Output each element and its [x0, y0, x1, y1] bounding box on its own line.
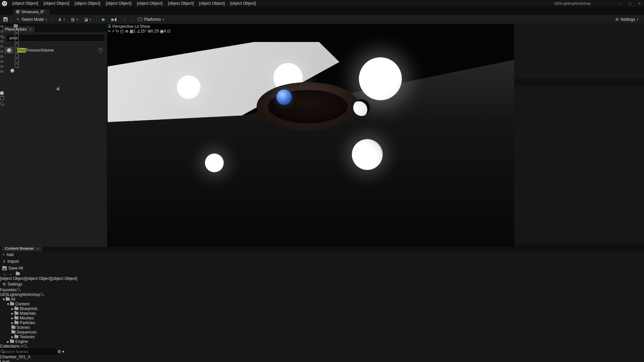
unreal-logo-icon[interactable]: U [2, 1, 7, 6]
folder-tree-item[interactable]: ▾ Content [0, 302, 644, 306]
maximize-button[interactable]: □ [629, 1, 631, 5]
close-icon[interactable]: × [30, 27, 32, 31]
scene-light-sphere [205, 154, 224, 172]
viewport-toolbar-right: ↖ + ↻ ◰ ⊕ ▦1 ∠15° ⊞0.25 ▣4 ⊡ [108, 29, 514, 34]
cursor-icon: ↖ [16, 17, 20, 22]
chevron-down-icon[interactable]: ▾ [62, 349, 64, 354]
project-title: UE5LightingWorkshop [554, 1, 591, 5]
add-actor-button[interactable]: ♟ ▾ [56, 16, 67, 23]
expander-icon[interactable]: ▾ [7, 302, 9, 306]
project-header[interactable]: UE5LightingWorkshop [0, 292, 644, 297]
maximize-viewport-button[interactable]: ⊡ [167, 29, 170, 34]
place-actors-search-input[interactable] [7, 35, 104, 41]
folder-label: Blueprints [20, 306, 38, 311]
folder-tree-item[interactable]: ▸ Meshes [0, 316, 644, 320]
scale-snap-toggle[interactable]: ⊞0.25 [148, 29, 159, 34]
select-tool[interactable]: ↖ [108, 29, 111, 34]
viewport[interactable]: ☰ Perspective Lit Show ↖ + ↻ ◰ ⊕ ▦1 ∠15°… [108, 24, 514, 247]
blueprints-button[interactable]: ▤ ▾ [69, 16, 80, 23]
menu-item[interactable]: [object Object] [72, 1, 103, 6]
blueprint-icon: ▤ [71, 17, 75, 22]
viewport-menu-button[interactable]: ☰ [108, 24, 111, 29]
expander-icon[interactable]: ▸ [11, 316, 13, 320]
scale-tool[interactable]: ◰ [120, 29, 124, 34]
menu-item[interactable]: [object Object] [41, 1, 72, 6]
frame-skip-button[interactable]: ▶▮ [109, 16, 119, 23]
folder-tree-item[interactable]: ▸ Particles [0, 320, 644, 325]
actor-type-icon [14, 24, 18, 27]
folder-label: Particles [20, 320, 35, 325]
save-icon[interactable] [3, 17, 8, 21]
forward-icon[interactable]: → [8, 272, 12, 276]
folder-icon [14, 316, 18, 319]
folder-tree-item[interactable]: ▸ Engine [0, 339, 644, 344]
play-options-button[interactable]: ⋮ [120, 16, 129, 23]
world-local-toggle[interactable]: ⊕ [125, 29, 128, 34]
menu-item[interactable]: [object Object] [10, 1, 41, 6]
add-collection-icon[interactable]: + [21, 344, 23, 349]
level-asset-icon [16, 10, 19, 13]
tab-showcase-b[interactable]: Showcase_B* [13, 8, 50, 15]
cinematics-button[interactable]: ◪ ▾ [82, 16, 93, 23]
favorites-header[interactable]: Favorites [0, 288, 644, 292]
menu-item[interactable]: [object Object] [103, 1, 134, 6]
asset-tab-row: Showcase_B* [0, 7, 644, 15]
folder-icon [11, 326, 15, 329]
play-button[interactable]: ▶ [100, 16, 108, 23]
folder-label: All [11, 297, 15, 302]
move-tool[interactable]: + [112, 29, 114, 34]
folder-icon [14, 312, 18, 315]
close-button[interactable]: × [639, 1, 641, 5]
content-browser-settings-button[interactable]: ⚙ Settings [0, 281, 644, 288]
asset-tile[interactable]: Chamber_001_A Level [0, 355, 644, 362]
expander-icon[interactable]: ▸ [11, 311, 13, 316]
rotate-tool[interactable]: ↻ [116, 29, 119, 34]
expander-icon[interactable]: ▾ [3, 297, 5, 302]
view-settings-icon[interactable]: ⚙ [57, 349, 61, 354]
import-label: Import [7, 259, 19, 264]
back-icon[interactable]: ← [3, 272, 7, 276]
folder-tree-item[interactable]: ▸ Textures [0, 335, 644, 339]
view-mode-dropdown[interactable]: Lit [135, 24, 139, 29]
help-icon[interactable]: ? [98, 48, 103, 53]
platforms-dropdown[interactable]: Platforms ▾ [136, 16, 166, 23]
folder-tree-item[interactable]: ▾ All [0, 297, 644, 302]
gear-icon: ⚙ [2, 282, 6, 287]
menu-item[interactable]: [object Object] [134, 1, 165, 6]
lock-icon[interactable] [57, 88, 59, 90]
expander-icon[interactable]: ▸ [7, 339, 9, 344]
folder-tree-item[interactable]: Scenes [0, 325, 644, 330]
content-browser-toolbar: +Add ⇓Import Save All ← → [object Object… [0, 251, 644, 288]
show-dropdown[interactable]: Show [140, 24, 150, 29]
menu-item[interactable]: [object Object] [196, 1, 227, 6]
select-mode-dropdown[interactable]: ↖ Select Mode ▾ [14, 16, 49, 23]
expander-icon[interactable]: ▸ [11, 320, 13, 325]
folder-label: Textures [20, 335, 35, 339]
favorites-label: Favorites [0, 288, 16, 292]
collections-header[interactable]: Collections + [0, 344, 644, 349]
gear-icon: ⚙ [615, 17, 619, 22]
perspective-dropdown[interactable]: Perspective [112, 24, 133, 29]
grid-snap-toggle[interactable]: ▦1 [129, 29, 136, 34]
asset-search-input[interactable] [0, 349, 56, 355]
expander-icon[interactable]: ▸ [11, 306, 13, 311]
rotation-snap-toggle[interactable]: ∠15° [137, 29, 147, 34]
import-button[interactable]: ⇓Import [0, 258, 644, 265]
menu-item[interactable]: [object Object] [227, 1, 259, 6]
breadcrumb-item[interactable]: [object Object] [26, 276, 52, 281]
folder-tree-item[interactable]: Sequences [0, 330, 644, 335]
save-all-button[interactable]: Save All [0, 265, 644, 272]
import-icon: ⇓ [2, 259, 6, 264]
folder-icon [14, 335, 18, 338]
add-asset-button[interactable]: +Add [0, 251, 644, 258]
expander-icon[interactable]: ▸ [11, 335, 13, 339]
camera-speed-button[interactable]: ▣4 [160, 29, 166, 34]
actor-type-icon [15, 54, 19, 58]
minimize-button[interactable]: – [620, 1, 622, 5]
settings-dropdown[interactable]: ⚙ Settings ▾ [613, 16, 641, 23]
menu-item[interactable]: [object Object] [165, 1, 197, 6]
breadcrumb-item[interactable]: [object Object] [0, 276, 26, 281]
folder-tree-item[interactable]: ▸ Blueprints [0, 306, 644, 311]
folder-tree-item[interactable]: ▸ Materials [0, 311, 644, 316]
breadcrumb-item[interactable]: [object Object] [51, 276, 77, 281]
